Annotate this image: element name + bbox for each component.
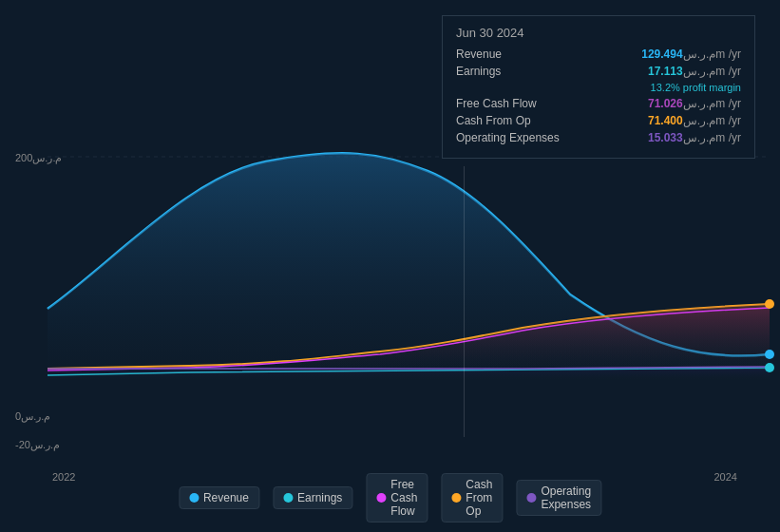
- profit-margin-row: 13.2% profit margin: [456, 82, 741, 93]
- cashfromop-value: 71.400م.ر.سm /yr: [570, 114, 741, 127]
- legend-cashfromop-label: Cash From Op: [466, 478, 492, 518]
- chart-svg: [0, 147, 780, 451]
- fcf-value: 71.026م.ر.سm /yr: [570, 97, 741, 110]
- legend: Revenue Earnings Free Cash Flow Cash Fro…: [179, 473, 601, 522]
- info-box-title: Jun 30 2024: [456, 26, 741, 40]
- earnings-label: Earnings: [456, 65, 570, 78]
- legend-opex[interactable]: Operating Expenses: [516, 480, 601, 516]
- legend-revenue-label: Revenue: [203, 491, 249, 504]
- earnings-value: 17.113م.ر.سm /yr: [570, 65, 741, 78]
- fcf-label: Free Cash Flow: [456, 97, 570, 110]
- cashfromop-label: Cash From Op: [456, 114, 570, 127]
- revenue-dot: [189, 493, 199, 503]
- opex-value: 15.033م.ر.سm /yr: [570, 131, 741, 144]
- legend-cashfromop[interactable]: Cash From Op: [441, 473, 503, 522]
- profit-margin-value: 13.2% profit margin: [651, 82, 741, 93]
- earnings-dot: [283, 493, 293, 503]
- legend-fcf[interactable]: Free Cash Flow: [366, 473, 428, 522]
- svg-point-3: [765, 299, 774, 309]
- cashfromop-row: Cash From Op 71.400م.ر.سm /yr: [456, 114, 741, 127]
- earnings-row: Earnings 17.113م.ر.سm /yr: [456, 65, 741, 78]
- info-box: Jun 30 2024 Revenue 129.494م.ر.سm /yr Ea…: [442, 15, 755, 159]
- x-label-2022: 2022: [52, 471, 75, 483]
- legend-earnings[interactable]: Earnings: [273, 486, 352, 509]
- cashfromop-dot: [451, 493, 461, 503]
- opex-dot: [526, 493, 536, 503]
- fcf-dot: [376, 493, 386, 503]
- revenue-label: Revenue: [456, 48, 570, 61]
- svg-point-4: [765, 363, 774, 372]
- legend-opex-label: Operating Expenses: [541, 484, 591, 511]
- fcf-row: Free Cash Flow 71.026م.ر.سm /yr: [456, 97, 741, 110]
- revenue-value: 129.494م.ر.سm /yr: [570, 48, 741, 61]
- legend-fcf-label: Free Cash Flow: [390, 478, 417, 518]
- revenue-row: Revenue 129.494م.ر.سm /yr: [456, 48, 741, 61]
- legend-revenue[interactable]: Revenue: [179, 486, 259, 509]
- opex-row: Operating Expenses 15.033م.ر.سm /yr: [456, 131, 741, 144]
- opex-label: Operating Expenses: [456, 131, 570, 144]
- svg-point-2: [765, 350, 774, 359]
- divider-line: [464, 166, 465, 437]
- x-label-2024: 2024: [714, 471, 737, 483]
- legend-earnings-label: Earnings: [297, 491, 342, 504]
